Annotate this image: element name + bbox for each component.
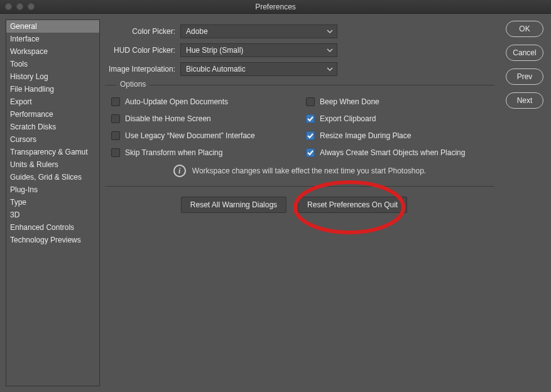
- sidebar-item-type[interactable]: Type: [6, 196, 99, 209]
- reset-preferences-button[interactable]: Reset Preferences On Quit: [298, 197, 407, 213]
- titlebar: Preferences: [0, 0, 551, 14]
- hud-picker-label: HUD Color Picker:: [105, 46, 180, 55]
- interpolation-value: Bicubic Automatic: [186, 65, 246, 74]
- sidebar-item-workspace[interactable]: Workspace: [6, 45, 99, 58]
- next-button[interactable]: Next: [506, 92, 543, 109]
- checkbox-label: Beep When Done: [320, 97, 379, 106]
- options-group: Options Auto-Update Open DocumentsDisabl…: [105, 85, 494, 213]
- window-title: Preferences: [255, 3, 296, 11]
- chevron-down-icon: [327, 28, 333, 35]
- dialog-buttons: OKCancelPrevNext: [499, 19, 543, 386]
- workspace-warning: Workspace changes will take effect the n…: [192, 166, 426, 175]
- checkbox[interactable]: [306, 148, 315, 157]
- checkbox[interactable]: [111, 131, 120, 140]
- color-picker-select[interactable]: Adobe: [180, 24, 337, 38]
- sidebar-item-performance[interactable]: Performance: [6, 108, 99, 121]
- divider: [105, 186, 494, 187]
- sidebar-item-units-rulers[interactable]: Units & Rulers: [6, 158, 99, 171]
- ok-button[interactable]: OK: [506, 21, 543, 37]
- checkbox-label: Skip Transform when Placing: [125, 148, 222, 157]
- minimize-icon[interactable]: [16, 3, 23, 10]
- info-icon: i: [173, 165, 186, 177]
- checkbox[interactable]: [111, 148, 120, 157]
- checkbox[interactable]: [111, 97, 120, 106]
- hud-picker-value: Hue Strip (Small): [186, 46, 243, 55]
- sidebar: GeneralInterfaceWorkspaceToolsHistory Lo…: [6, 19, 100, 386]
- sidebar-item-history-log[interactable]: History Log: [6, 70, 99, 83]
- sidebar-item-export[interactable]: Export: [6, 95, 99, 108]
- checkbox-label: Disable the Home Screen: [125, 114, 211, 123]
- checkbox-label: Export Clipboard: [320, 114, 376, 123]
- checkbox-label: Always Create Smart Objects when Placing: [320, 148, 465, 157]
- sidebar-item-technology-previews[interactable]: Technology Previews: [6, 234, 99, 246]
- hud-picker-select[interactable]: Hue Strip (Small): [180, 43, 337, 57]
- interpolation-select[interactable]: Bicubic Automatic: [180, 62, 337, 76]
- sidebar-item-file-handling[interactable]: File Handling: [6, 83, 99, 95]
- chevron-down-icon: [327, 66, 333, 72]
- chevron-down-icon: [327, 47, 333, 53]
- close-icon[interactable]: [5, 3, 12, 10]
- interpolation-label: Image Interpolation:: [105, 65, 180, 74]
- window-controls: [5, 3, 35, 10]
- color-picker-value: Adobe: [186, 27, 208, 36]
- checkbox-label: Resize Image During Place: [320, 131, 411, 140]
- checkbox[interactable]: [306, 97, 315, 106]
- checkbox[interactable]: [111, 114, 120, 123]
- cancel-button[interactable]: Cancel: [506, 45, 543, 61]
- options-legend: Options: [116, 80, 150, 89]
- sidebar-item-plug-ins[interactable]: Plug-Ins: [6, 183, 99, 196]
- sidebar-item-general[interactable]: General: [6, 20, 99, 33]
- checkbox[interactable]: [306, 131, 315, 140]
- checkbox-label: Auto-Update Open Documents: [125, 97, 228, 106]
- checkbox[interactable]: [306, 114, 315, 123]
- sidebar-item-transparency-gamut[interactable]: Transparency & Gamut: [6, 146, 99, 158]
- sidebar-item-cursors[interactable]: Cursors: [6, 133, 99, 146]
- prev-button[interactable]: Prev: [506, 68, 543, 85]
- sidebar-item-guides-grid-slices[interactable]: Guides, Grid & Slices: [6, 171, 99, 183]
- sidebar-item-3d[interactable]: 3D: [6, 209, 99, 221]
- checkbox-label: Use Legacy “New Document” Interface: [125, 131, 255, 140]
- sidebar-item-scratch-disks[interactable]: Scratch Disks: [6, 121, 99, 133]
- zoom-icon[interactable]: [28, 3, 35, 10]
- sidebar-item-enhanced-controls[interactable]: Enhanced Controls: [6, 221, 99, 234]
- color-picker-label: Color Picker:: [105, 27, 180, 36]
- sidebar-item-tools[interactable]: Tools: [6, 58, 99, 70]
- sidebar-item-interface[interactable]: Interface: [6, 33, 99, 45]
- reset-warnings-button[interactable]: Reset All Warning Dialogs: [181, 197, 286, 213]
